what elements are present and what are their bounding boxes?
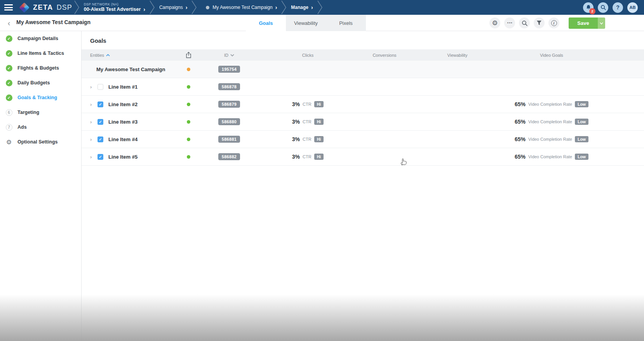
- expand-chevron-icon[interactable]: ›: [90, 119, 94, 125]
- video-metric-label: Video Completion Rate: [528, 137, 572, 142]
- sidebar-item-label: Campaign Details: [17, 36, 58, 41]
- chevron-right-icon: ›: [186, 4, 188, 10]
- chevron-down-icon: [600, 22, 603, 24]
- video-goal-cell: 65% Video Completion Rate Low: [501, 101, 602, 107]
- advertiser-name: 00-AlexB Test Advertiser: [84, 7, 141, 12]
- check-circle-icon: ✓: [5, 65, 12, 72]
- id-badge: 586879: [218, 101, 240, 108]
- entity-name: Line Item #3: [108, 119, 138, 125]
- video-goal-cell: 65% Video Completion Rate Low: [501, 154, 602, 160]
- sidebar-item-optional-settings[interactable]: ⚙ Optional Settings: [0, 135, 81, 149]
- column-header-conversions: Conversions: [355, 53, 414, 58]
- conversions-header-label: Conversions: [372, 53, 396, 58]
- help-button[interactable]: ?: [613, 2, 623, 13]
- row-checkbox[interactable]: ✓: [97, 154, 103, 160]
- sidebar-item-ads[interactable]: 7 Ads: [0, 120, 81, 135]
- video-goals-header-label: Video Goals: [540, 53, 563, 58]
- gear-icon: ⚙: [492, 20, 498, 26]
- tab-goals-label: Goals: [259, 20, 273, 26]
- row-checkbox[interactable]: ✓: [97, 136, 103, 142]
- video-goal-cell: 65% Video Completion Rate Low: [501, 119, 602, 125]
- clicks-value: 3%: [292, 136, 300, 142]
- tab-goals[interactable]: Goals: [246, 15, 286, 31]
- search-icon: [522, 20, 527, 26]
- sidebar-item-daily-budgets[interactable]: ✓ Daily Budgets: [0, 75, 81, 90]
- clicks-goal-cell: 3% CTR Hi: [260, 101, 355, 107]
- table-row-campaign[interactable]: My Awesome Test Campaign 195754: [82, 61, 644, 78]
- breadcrumb-advertiser[interactable]: DSP NETWORK (NA) 00-AlexB Test Advertise…: [82, 2, 148, 13]
- expand-chevron-icon[interactable]: ›: [90, 136, 94, 142]
- tab-pixels[interactable]: Pixels: [326, 15, 366, 31]
- clicks-metric-label: CTR: [303, 154, 312, 159]
- breadcrumb-manage[interactable]: Manage ›: [289, 4, 315, 10]
- campaigns-label: Campaigns: [159, 5, 183, 10]
- id-header-label: ID: [224, 53, 228, 58]
- sidebar-item-flights-budgets[interactable]: ✓ Flights & Budgets: [0, 61, 81, 75]
- sidebar-item-campaign-details[interactable]: ✓ Campaign Details: [0, 31, 81, 46]
- table-row-line-item-5[interactable]: › ✓ Line Item #5 586882 3% CTR Hi 65% Vi…: [82, 148, 644, 166]
- video-value: 65%: [515, 154, 526, 160]
- notifications-button[interactable]: 2: [583, 2, 594, 13]
- chevron-left-icon: ‹: [8, 19, 10, 28]
- sort-down-icon: [230, 54, 234, 56]
- column-header-id[interactable]: ID: [198, 53, 260, 58]
- expand-chevron-icon[interactable]: ›: [90, 84, 94, 90]
- column-header-entities[interactable]: Entities: [82, 53, 179, 58]
- table-row-line-item-3[interactable]: › ✓ Line Item #3 586880 3% CTR Hi 65% Vi…: [82, 113, 644, 131]
- breadcrumb-separator-icon: [317, 0, 323, 15]
- filter-button[interactable]: [534, 17, 545, 28]
- entity-name: Line Item #4: [108, 136, 138, 142]
- campaign-status-dot: [206, 6, 209, 9]
- expand-chevron-icon[interactable]: ›: [90, 101, 94, 107]
- sidebar-item-targeting[interactable]: 6 Targeting: [0, 105, 81, 120]
- tab-viewability[interactable]: Viewability: [286, 15, 326, 31]
- info-button[interactable]: i: [548, 17, 559, 28]
- goals-panel: Goals Entities ID Clicks Conversions: [82, 31, 644, 341]
- page-header: ‹ My Awesome Test Campaign Goals Viewabi…: [0, 15, 644, 31]
- page-title: My Awesome Test Campaign: [16, 19, 91, 25]
- check-circle-icon: ✓: [5, 94, 12, 101]
- table-row-line-item-2[interactable]: › ✓ Line Item #2 586879 3% CTR Hi 65% Vi…: [82, 96, 644, 113]
- column-header-export[interactable]: [179, 52, 198, 58]
- entity-name: Line Item #5: [108, 154, 138, 160]
- video-level-badge: Low: [575, 119, 588, 125]
- breadcrumb-separator-icon: [281, 0, 287, 15]
- sidebar-item-line-items-tactics[interactable]: ✓ Line Items & Tactics: [0, 46, 81, 61]
- zeta-dsp-logo[interactable]: ZETA DSP: [21, 3, 72, 12]
- check-circle-icon: ✓: [5, 35, 12, 42]
- table-header-row: Entities ID Clicks Conversions Viewabil: [82, 49, 644, 61]
- save-dropdown-button[interactable]: [598, 17, 605, 29]
- table-row-line-item-1[interactable]: › Line Item #1 586878: [82, 78, 644, 96]
- row-checkbox[interactable]: [97, 84, 103, 90]
- user-avatar[interactable]: AB: [627, 2, 638, 13]
- sidebar-item-label: Line Items & Tactics: [17, 51, 64, 56]
- video-metric-label: Video Completion Rate: [528, 154, 572, 159]
- clicks-goal-cell: 3% CTR Hi: [260, 136, 355, 142]
- sidebar-item-goals-tracking[interactable]: ✓ Goals & Tracking: [0, 90, 81, 105]
- breadcrumb-separator-icon: [74, 0, 80, 15]
- hamburger-menu-icon[interactable]: [4, 4, 14, 10]
- row-checkbox[interactable]: ✓: [97, 101, 103, 107]
- gear-icon: ⚙: [5, 138, 12, 145]
- video-value: 65%: [515, 119, 526, 125]
- table-search-button[interactable]: [519, 17, 530, 28]
- table-row-line-item-4[interactable]: › ✓ Line Item #4 586881 3% CTR Hi 65% Vi…: [82, 131, 644, 148]
- status-dot-green: [187, 85, 190, 89]
- video-goal-cell: 65% Video Completion Rate Low: [501, 136, 602, 142]
- share-export-icon: [186, 52, 191, 58]
- clicks-metric-label: CTR: [303, 119, 312, 124]
- row-checkbox[interactable]: ✓: [97, 119, 103, 125]
- breadcrumb-campaign[interactable]: My Awesome Test Campaign ›: [204, 4, 279, 10]
- video-level-badge: Low: [575, 136, 588, 142]
- id-badge: 586881: [218, 136, 240, 143]
- check-circle-icon: ✓: [5, 79, 12, 86]
- more-options-button[interactable]: •••: [504, 17, 515, 28]
- breadcrumb-campaigns[interactable]: Campaigns ›: [157, 4, 190, 10]
- clicks-metric-label: CTR: [303, 102, 312, 107]
- expand-chevron-icon[interactable]: ›: [90, 154, 94, 160]
- settings-button[interactable]: ⚙: [489, 17, 500, 28]
- sort-up-icon: [106, 54, 110, 56]
- back-button[interactable]: ‹: [5, 19, 13, 27]
- global-search-button[interactable]: [598, 2, 608, 13]
- save-button[interactable]: Save: [569, 17, 598, 29]
